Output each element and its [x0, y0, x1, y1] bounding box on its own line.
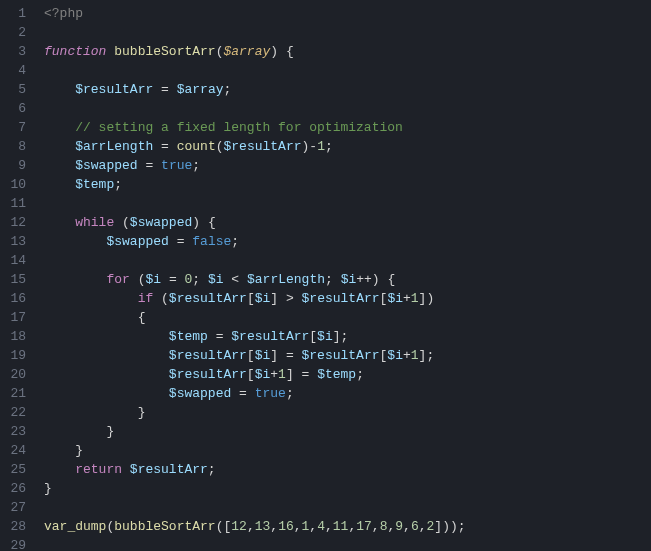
line-number: 3 [6, 42, 26, 61]
token-var_resultArr: $resultArr [224, 139, 302, 154]
token-paren_close: ) [372, 272, 380, 287]
token-var_array: $array [177, 82, 224, 97]
token-bool_true: true [161, 158, 192, 173]
line-number: 16 [6, 289, 26, 308]
token-var_i: $i [255, 291, 271, 306]
token-semi: ; [341, 329, 349, 344]
code-line: } [44, 403, 651, 422]
code-line [44, 251, 651, 270]
token-var_temp: $temp [169, 329, 208, 344]
token-fn_var_dump: var_dump [44, 519, 106, 534]
token-bracket_open: [ [247, 367, 255, 382]
token-var_i: $i [387, 291, 403, 306]
token-brace_open: { [387, 272, 395, 287]
token-bracket_close: ] [270, 348, 278, 363]
token-num_minus1: 1 [317, 139, 325, 154]
token-semi: ; [458, 519, 466, 534]
token-brace_close: } [138, 405, 146, 420]
token-bool_true: true [255, 386, 286, 401]
token-var_resultArr: $resultArr [231, 329, 309, 344]
line-number: 7 [6, 118, 26, 137]
code-line [44, 536, 651, 551]
token-param_array: $array [223, 44, 270, 59]
token-fn_bubbleSortArr: bubbleSortArr [114, 519, 215, 534]
token-var_swapped: $swapped [169, 386, 231, 401]
line-number: 27 [6, 498, 26, 517]
token-op_eq: = [161, 139, 169, 154]
token-paren_close: ) [270, 44, 278, 59]
token-var_resultArr: $resultArr [130, 462, 208, 477]
token-comment_opt: // setting a fixed length for optimizati… [75, 120, 403, 135]
token-num_1: 1 [278, 367, 286, 382]
token-semi: ; [356, 367, 364, 382]
code-line: $swapped = true; [44, 384, 651, 403]
token-op_eq: = [177, 234, 185, 249]
line-number: 21 [6, 384, 26, 403]
line-number: 26 [6, 479, 26, 498]
line-number: 23 [6, 422, 26, 441]
code-line: $temp = $resultArr[$i]; [44, 327, 651, 346]
token-op_eq: = [239, 386, 247, 401]
code-line: } [44, 441, 651, 460]
token-brace_close: } [106, 424, 114, 439]
token-op_gt: > [286, 291, 294, 306]
token-var_resultArr: $resultArr [75, 82, 153, 97]
code-editor: 1234567891011121314151617181920212223242… [0, 0, 651, 551]
token-num: 11 [333, 519, 349, 534]
code-line: $resultArr = $array; [44, 80, 651, 99]
code-line: $temp; [44, 175, 651, 194]
token-fn_bubbleSortArr: bubbleSortArr [114, 44, 215, 59]
code-line: } [44, 479, 651, 498]
token-php_open: <?php [44, 6, 83, 21]
token-op_eq: = [286, 348, 294, 363]
code-area[interactable]: <?phpfunction bubbleSortArr($array) { $r… [36, 0, 651, 551]
token-op_eq: = [169, 272, 177, 287]
code-line: $swapped = true; [44, 156, 651, 175]
token-bracket_open: [ [247, 291, 255, 306]
token-num: 17 [356, 519, 372, 534]
line-number: 17 [6, 308, 26, 327]
code-line [44, 99, 651, 118]
line-number: 14 [6, 251, 26, 270]
token-brace_close: } [44, 481, 52, 496]
line-number: 5 [6, 80, 26, 99]
token-var_resultArr: $resultArr [302, 348, 380, 363]
token-bracket_close: ] [434, 519, 442, 534]
token-num: 13 [255, 519, 271, 534]
token-num: 12 [231, 519, 247, 534]
token-num_1: 1 [411, 348, 419, 363]
line-number: 10 [6, 175, 26, 194]
token-paren_open: ( [122, 215, 130, 230]
token-fn_count: count [177, 139, 216, 154]
token-var_resultArr: $resultArr [302, 291, 380, 306]
token-semi: ; [208, 462, 216, 477]
token-op_pp: ++ [356, 272, 372, 287]
token-semi: ; [192, 158, 200, 173]
token-op_eq: = [161, 82, 169, 97]
token-num: 8 [380, 519, 388, 534]
line-number: 28 [6, 517, 26, 536]
token-paren_close: ) [442, 519, 450, 534]
token-op_lt: < [231, 272, 239, 287]
token-bool_false: false [192, 234, 231, 249]
line-number: 4 [6, 61, 26, 80]
token-var_i: $i [255, 348, 271, 363]
token-semi: ; [325, 272, 333, 287]
token-bracket_close: ] [270, 291, 278, 306]
line-number: 15 [6, 270, 26, 289]
token-semi: ; [286, 386, 294, 401]
line-number: 22 [6, 403, 26, 422]
token-var_i: $i [145, 272, 161, 287]
token-num: 9 [395, 519, 403, 534]
code-line: return $resultArr; [44, 460, 651, 479]
token-paren_open: ( [216, 139, 224, 154]
line-number: 20 [6, 365, 26, 384]
line-number: 29 [6, 536, 26, 551]
line-number: 13 [6, 232, 26, 251]
token-paren_close: ) [426, 291, 434, 306]
token-semi: ; [192, 272, 200, 287]
token-op_eq: = [216, 329, 224, 344]
token-brace_open: { [208, 215, 216, 230]
token-var_i: $i [387, 348, 403, 363]
line-number: 24 [6, 441, 26, 460]
